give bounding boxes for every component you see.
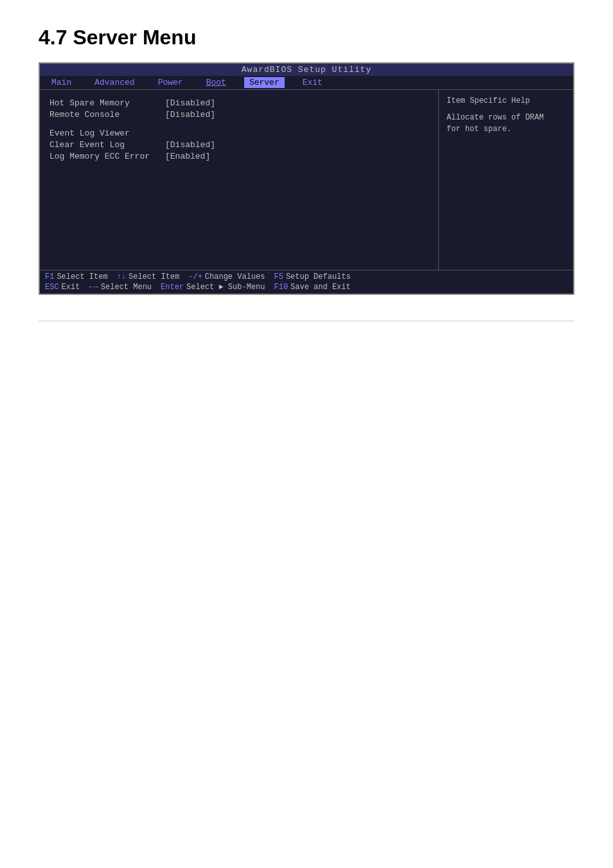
bios-settings-panel: Hot Spare Memory [Disabled] Remote Conso… xyxy=(40,90,438,270)
setting-label-remote-console: Remote Console xyxy=(49,110,165,120)
menu-item-power[interactable]: Power xyxy=(153,77,188,88)
menu-item-server[interactable]: Server xyxy=(244,77,285,88)
menu-item-main[interactable]: Main xyxy=(46,77,76,88)
setting-label-log-memory-ecc: Log Memory ECC Error xyxy=(49,152,165,161)
statusbar-row-1: F1 Select Item ↑↓ Select Item -/+ Change… xyxy=(45,272,568,282)
menu-item-advanced[interactable]: Advanced xyxy=(89,77,139,88)
key-arrows: ↑↓ xyxy=(117,272,126,281)
bios-help-panel: Item Specific Help Allocate rows of DRAM… xyxy=(438,90,573,270)
desc-change: Change Values xyxy=(205,272,265,281)
page-divider xyxy=(39,321,574,321)
bios-content: Hot Spare Memory [Disabled] Remote Conso… xyxy=(40,90,573,270)
key-enter: Enter xyxy=(161,283,184,292)
key-esc: ESC xyxy=(45,283,59,292)
status-lr-arrows: ←→ Select Menu xyxy=(89,283,152,292)
status-f5: F5 Setup Defaults xyxy=(274,272,350,281)
key-lr-arrows: ←→ xyxy=(89,283,98,292)
page-title: 4.7 Server Menu xyxy=(0,0,613,62)
setting-remote-console[interactable]: Remote Console [Disabled] xyxy=(49,110,429,120)
setting-value-log-memory-ecc: [Enabled] xyxy=(165,152,210,161)
status-change-values: -/+ Change Values xyxy=(188,272,265,281)
setting-log-memory-ecc[interactable]: Log Memory ECC Error [Enabled] xyxy=(49,152,429,161)
desc-f5: Setup Defaults xyxy=(286,272,351,281)
setting-clear-event-log[interactable]: Clear Event Log [Disabled] xyxy=(49,140,429,150)
help-title: Item Specific Help xyxy=(447,96,565,105)
status-f10: F10 Save and Exit xyxy=(274,283,350,292)
status-f1: F1 Select Item xyxy=(45,272,108,281)
status-enter: Enter Select ► Sub-Menu xyxy=(161,283,265,292)
menu-item-exit[interactable]: Exit xyxy=(298,77,328,88)
bios-statusbar: F1 Select Item ↑↓ Select Item -/+ Change… xyxy=(40,270,573,294)
key-change: -/+ xyxy=(188,272,202,281)
help-text: Allocate rows of DRAMfor hot spare. xyxy=(447,112,565,135)
setting-label-hot-spare: Hot Spare Memory xyxy=(49,98,165,108)
bios-menubar: Main Advanced Power Boot Server Exit xyxy=(40,76,573,90)
desc-esc: Exit xyxy=(62,283,80,292)
status-arrows-item: ↑↓ Select Item xyxy=(117,272,180,281)
setting-value-hot-spare: [Disabled] xyxy=(165,98,215,108)
key-f5: F5 xyxy=(274,272,283,281)
setting-label-event-log-viewer: Event Log Viewer xyxy=(49,128,165,138)
desc-enter: Select ► Sub-Menu xyxy=(186,283,265,292)
status-esc: ESC Exit xyxy=(45,283,80,292)
bios-titlebar: AwardBIOS Setup Utility xyxy=(40,64,573,76)
desc-arrows: Select Item xyxy=(129,272,179,281)
desc-f1: Select Item xyxy=(57,272,107,281)
setting-label-clear-event-log: Clear Event Log xyxy=(49,140,165,150)
setting-event-log-viewer[interactable]: Event Log Viewer xyxy=(49,128,429,138)
menu-item-boot[interactable]: Boot xyxy=(201,77,231,88)
section-gap-1 xyxy=(49,121,429,127)
desc-f10: Save and Exit xyxy=(290,283,351,292)
setting-value-remote-console: [Disabled] xyxy=(165,110,215,120)
setting-hot-spare[interactable]: Hot Spare Memory [Disabled] xyxy=(49,98,429,108)
bios-screen: AwardBIOS Setup Utility Main Advanced Po… xyxy=(39,62,574,295)
key-f10: F10 xyxy=(274,283,288,292)
desc-lr-arrows: Select Menu xyxy=(101,283,152,292)
setting-value-clear-event-log: [Disabled] xyxy=(165,140,215,150)
statusbar-row-2: ESC Exit ←→ Select Menu Enter Select ► S… xyxy=(45,282,568,292)
key-f1: F1 xyxy=(45,272,54,281)
